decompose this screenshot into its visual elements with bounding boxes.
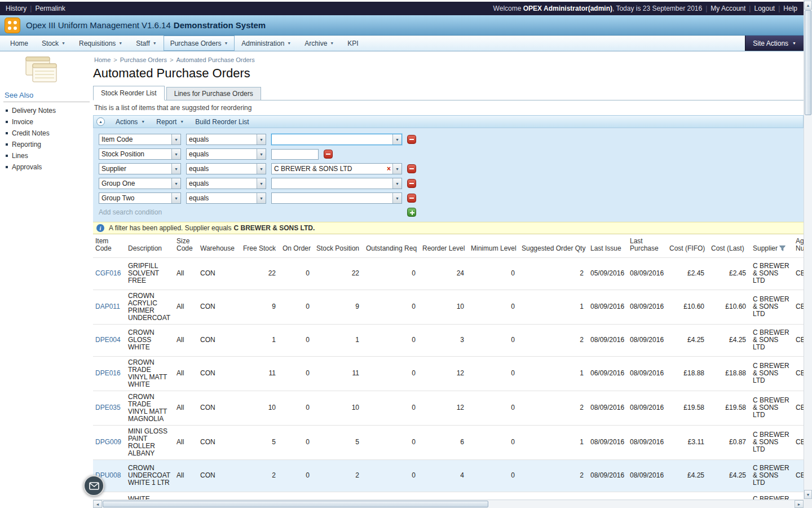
sidebar-item-approvals[interactable]: Approvals (0, 161, 92, 173)
nav-item-staff[interactable]: Staff▼ (129, 36, 163, 51)
column-header-description[interactable]: Description (126, 234, 174, 257)
column-header-cost_fifo[interactable]: Cost (FIFO) (667, 234, 709, 257)
build-reorder-list-button[interactable]: Build Reorder List (189, 118, 254, 126)
filter-operator-select[interactable]: equals▼ (186, 134, 266, 145)
scroll-left-button[interactable]: ◄ (93, 500, 102, 508)
permalink-link[interactable]: Permalink (35, 5, 65, 12)
scroll-down-button[interactable]: ▼ (804, 490, 812, 499)
remove-condition-button[interactable] (407, 164, 416, 173)
nav-item-purchase-orders[interactable]: Purchase Orders▼ (164, 36, 235, 51)
filter-field-select[interactable]: Group One▼ (99, 178, 181, 189)
remove-condition-button[interactable] (324, 150, 333, 159)
filter-value-select[interactable]: ▼ (271, 178, 402, 189)
column-header-supplier[interactable]: Supplier (751, 234, 793, 257)
horizontal-scroll-thumb[interactable] (103, 501, 488, 507)
vertical-scrollbar[interactable]: ▲ ▼ (804, 0, 812, 499)
filter-value-select[interactable]: C BREWER & SONS LTD×▼ (271, 163, 402, 174)
actions-menu-button[interactable]: Actions▼ (110, 118, 151, 126)
history-link[interactable]: History (6, 5, 27, 12)
column-header-last_issue[interactable]: Last Issue (588, 234, 628, 257)
nav-item-administration[interactable]: Administration▼ (235, 36, 298, 51)
column-header-size_code[interactable]: Size Code (174, 234, 198, 257)
filter-operator-select[interactable]: equals▼ (186, 163, 266, 174)
nav-item-archive[interactable]: Archive▼ (298, 36, 341, 51)
topbar-link-logout[interactable]: Logout (754, 5, 775, 12)
column-header-free_stock[interactable]: Free Stock (241, 234, 280, 257)
add-condition-button[interactable] (407, 208, 416, 217)
nav-item-kpi[interactable]: KPI (341, 36, 365, 51)
see-also-heading[interactable]: See Also (0, 89, 92, 102)
filter-value-input[interactable] (271, 149, 319, 160)
item-code-link[interactable]: DPG009 (95, 438, 121, 446)
column-header-agreement[interactable]: Agreement Number (793, 234, 804, 257)
nav-item-stock[interactable]: Stock▼ (35, 36, 72, 51)
site-actions-button[interactable]: Site Actions▼ (745, 36, 804, 51)
column-header-stock_position[interactable]: Stock Position (314, 234, 364, 257)
column-header-reorder_level[interactable]: Reorder Level (420, 234, 469, 257)
remove-condition-button[interactable] (407, 194, 416, 203)
filter-operator-select[interactable]: equals▼ (186, 178, 266, 189)
nav-item-home[interactable]: Home (3, 36, 35, 51)
report-menu-button[interactable]: Report▼ (151, 118, 189, 126)
filter-icon[interactable] (778, 244, 785, 252)
horizontal-scrollbar[interactable]: ◄ ► (93, 500, 804, 508)
cell-agreement (793, 492, 804, 500)
breadcrumb-link-home[interactable]: Home (94, 56, 111, 63)
filter-field-select[interactable]: Item Code▼ (99, 134, 181, 145)
column-header-outstanding_req[interactable]: Outstanding Req (364, 234, 420, 257)
filter-field-select[interactable]: Supplier▼ (99, 163, 181, 174)
scroll-right-button[interactable]: ► (795, 500, 804, 508)
topbar-link-help[interactable]: Help (783, 5, 797, 12)
item-code-link[interactable]: DPE035 (95, 404, 121, 411)
cell-item_code: DAP011 (93, 290, 126, 324)
filter-value-select[interactable]: ▼ (271, 192, 402, 204)
item-code-link[interactable]: CGF016 (95, 269, 121, 277)
scroll-up-button[interactable]: ▲ (804, 1, 812, 10)
sidebar-item-label: Invoice (12, 118, 33, 126)
cell-description: CROWN GLOSS WHITE (126, 324, 174, 356)
app-header: Opex III Uniform Management V1.6.14Demon… (0, 15, 812, 36)
nav-item-requisitions[interactable]: Requisitions▼ (72, 36, 129, 51)
tab-stock-reorder-list[interactable]: Stock Reorder List (93, 86, 165, 100)
feedback-mail-button[interactable] (83, 475, 104, 496)
sidebar-item-lines[interactable]: Lines (0, 150, 92, 161)
tab-strip: Stock Reorder ListLines for Purchase Ord… (93, 86, 804, 100)
column-header-suggested_qty[interactable]: Suggested Order Qty (519, 234, 588, 257)
item-code-link[interactable]: DAP011 (95, 303, 120, 310)
filter-operator-select[interactable]: equals▼ (186, 148, 266, 160)
sidebar-item-credit-notes[interactable]: Credit Notes (0, 128, 92, 139)
column-header-label: On Order (283, 244, 311, 252)
column-header-last_purchase[interactable]: Last Purchase (628, 234, 667, 257)
item-code-link[interactable]: DPE016 (95, 369, 121, 377)
sidebar-item-label: Reporting (12, 141, 41, 148)
item-code-link[interactable]: DPE004 (95, 336, 121, 344)
cell-stock_position: 5 (314, 425, 364, 459)
remove-condition-button[interactable] (407, 135, 416, 144)
sidebar-item-invoice[interactable]: Invoice (0, 116, 92, 128)
breadcrumb-link-purchase-orders[interactable]: Purchase Orders (120, 56, 167, 63)
column-header-minimum_level[interactable]: Minimum Level (469, 234, 519, 257)
vertical-scroll-thumb[interactable] (805, 10, 811, 115)
clear-filter-icon[interactable]: × (385, 165, 392, 172)
cell-last_purchase: 08/09/2016 (628, 425, 667, 459)
cell-warehouse (198, 492, 241, 500)
column-header-cost_last[interactable]: Cost (Last) (709, 234, 751, 257)
sidebar: See Also Delivery NotesInvoiceCredit Not… (0, 51, 92, 508)
remove-condition-button[interactable] (407, 179, 416, 188)
topbar-link-my-account[interactable]: My Account (710, 5, 745, 12)
collapse-toolbar-button[interactable]: ▲ (96, 117, 105, 126)
column-header-item_code[interactable]: Item Code (93, 234, 126, 257)
search-filter-panel: Item Code▼equals▼▼Stock Position▼equals▼… (93, 128, 804, 222)
column-header-warehouse[interactable]: Warehouse (198, 234, 241, 257)
sidebar-item-delivery-notes[interactable]: Delivery Notes (0, 105, 92, 116)
column-header-on_order[interactable]: On Order (280, 234, 314, 257)
cell-size_code: All (174, 356, 198, 391)
filter-row: Item Code▼equals▼▼ (99, 134, 804, 145)
sidebar-item-reporting[interactable]: Reporting (0, 139, 92, 150)
filter-operator-select[interactable]: equals▼ (186, 192, 266, 204)
filter-field-select[interactable]: Stock Position▼ (99, 148, 181, 160)
breadcrumb-link-automated-purchase-orders[interactable]: Automated Purchase Orders (176, 56, 254, 63)
filter-field-select[interactable]: Group Two▼ (99, 192, 181, 204)
filter-value-select[interactable]: ▼ (271, 134, 402, 145)
tab-lines-for-purchase-orders[interactable]: Lines for Purchase Orders (166, 87, 261, 100)
